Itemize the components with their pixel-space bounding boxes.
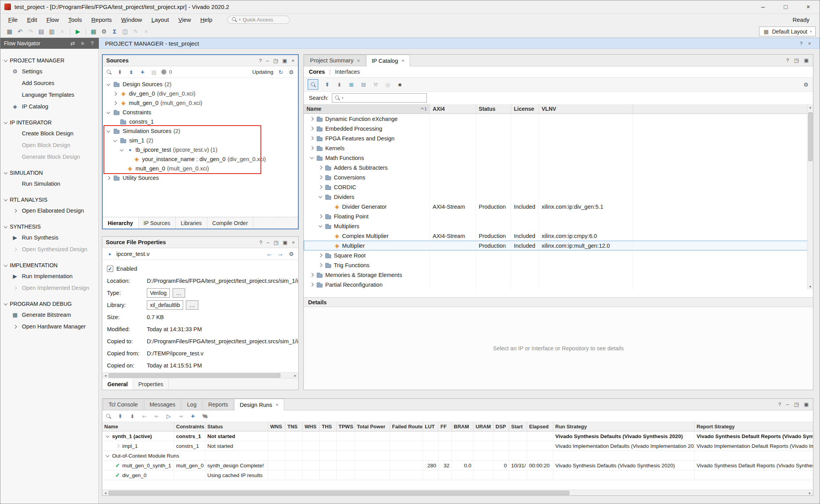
settings-icon[interactable]: ⚙	[99, 27, 109, 36]
flow-item-generate-bitstream[interactable]: ▦Generate Bitstream	[0, 309, 98, 321]
tree-row[interactable]: ◈mult_gen_0(mult_gen_0.xci)	[103, 164, 298, 173]
search-button[interactable]	[308, 79, 318, 90]
flow-section-header-ip-integrator[interactable]: IP INTEGRATOR	[0, 117, 98, 128]
column-header-uram[interactable]: URAM	[474, 422, 494, 431]
tab-messages[interactable]: Messages	[144, 399, 181, 410]
catalog-row[interactable]: FPGA Features and Design	[304, 133, 813, 143]
collapse-all-icon[interactable]: ⇞	[117, 413, 123, 420]
expander-icon[interactable]	[310, 273, 314, 277]
file-icon[interactable]: ▤	[151, 69, 157, 76]
property-combo[interactable]: xil_defaultlib	[147, 300, 183, 310]
step-back-icon[interactable]: ↞	[153, 413, 160, 420]
expander-icon[interactable]	[318, 224, 322, 227]
property-combo[interactable]: Verilog	[147, 288, 170, 298]
expander-icon[interactable]	[318, 166, 322, 170]
enabled-checkbox[interactable]: ✓	[107, 266, 113, 272]
menu-flow[interactable]: Flow	[42, 15, 64, 24]
menu-view[interactable]: View	[174, 15, 196, 24]
menu-window[interactable]: Window	[116, 15, 146, 24]
panel-float-button[interactable]: ◳	[274, 240, 278, 245]
search-icon[interactable]	[106, 69, 112, 75]
catalog-search-input[interactable]: ▾	[332, 93, 427, 103]
panel-maximize-button[interactable]: ▣	[804, 401, 809, 407]
panel-float-button[interactable]: ◳	[794, 57, 799, 63]
design-run-row[interactable]: ✓mult_gen_0_synth_1mult_gen_0synth_desig…	[102, 461, 813, 470]
close-icon[interactable]: ×	[357, 58, 360, 64]
tab-libraries[interactable]: Libraries	[176, 217, 207, 229]
flow-item-settings[interactable]: ⚙Settings	[0, 66, 98, 77]
tree-row[interactable]: ◈mult_gen_0(mult_gen_0.xci)	[103, 98, 298, 108]
save-icon[interactable]: ▦	[4, 27, 15, 36]
expander-icon[interactable]	[119, 147, 123, 151]
minimize-button[interactable]: –	[752, 0, 774, 13]
expander-icon[interactable]	[318, 185, 322, 189]
forward-icon[interactable]: →	[277, 250, 283, 257]
catalog-row[interactable]: ◈Complex MultiplierAXI4-StreamProduction…	[304, 231, 813, 241]
catalog-row[interactable]: Partial Reconfiguration	[304, 280, 813, 289]
flow-item-open-elaborated-design[interactable]: Open Elaborated Design	[0, 205, 98, 217]
tree-row[interactable]: constrs_1	[103, 117, 298, 126]
tab-design-runs[interactable]: Design Runs×	[234, 399, 284, 410]
expander-icon[interactable]	[318, 254, 322, 257]
expand-all-icon[interactable]: ⇟	[129, 413, 135, 420]
flow-section-header-program-and-debug[interactable]: PROGRAM AND DEBUG	[0, 299, 98, 309]
expander-icon[interactable]	[113, 92, 117, 96]
tab-project-summary[interactable]: Project Summary×	[305, 55, 365, 66]
column-header-failed-routes[interactable]: Failed Routes	[390, 422, 423, 431]
more-button[interactable]: …	[173, 288, 185, 298]
column-header-elapsed[interactable]: Elapsed	[527, 422, 553, 431]
column-header-status[interactable]: Status	[205, 422, 268, 431]
flow-item-run-simulation[interactable]: Run Simulation	[0, 178, 98, 190]
menu-file[interactable]: File	[4, 15, 22, 24]
tab-ip-catalog[interactable]: IP Catalog×	[366, 55, 410, 66]
hierarchy-add-icon[interactable]: ⊟	[360, 81, 367, 88]
catalog-row[interactable]: Embedded Processing	[304, 124, 813, 133]
maximize-button[interactable]: □	[774, 0, 797, 13]
subtab-cores[interactable]: Cores	[309, 69, 325, 75]
menu-tools[interactable]: Tools	[64, 15, 87, 24]
expander-icon[interactable]	[106, 82, 110, 86]
settings-icon[interactable]: ⚙	[288, 250, 294, 257]
close-icon[interactable]: ×	[276, 402, 279, 408]
scrollbar-thumb[interactable]	[808, 112, 813, 161]
column-header-bram[interactable]: BRAM	[452, 422, 474, 431]
scroll-down-icon[interactable]: ▾	[809, 284, 811, 289]
add-icon[interactable]: +	[139, 69, 146, 76]
flow-item-generate-block-design[interactable]: Generate Block Design	[0, 151, 98, 163]
menu-help[interactable]: Help	[196, 15, 217, 24]
expander-icon[interactable]	[310, 146, 314, 150]
design-run-row[interactable]: synth_1 (active)constrs_1Not startedViva…	[102, 431, 813, 441]
catalog-row[interactable]: Dividers	[304, 192, 813, 202]
panel-help-button[interactable]: ?	[778, 401, 781, 407]
column-header-run-strategy[interactable]: Run Strategy	[553, 422, 695, 431]
report-icon[interactable]: ◫	[120, 27, 130, 36]
column-header-name[interactable]: Name	[102, 422, 174, 431]
expander-icon[interactable]	[106, 176, 110, 180]
scroll-right-icon[interactable]: ▸	[807, 491, 813, 495]
quick-access-search[interactable]: ▾ Quick Access	[227, 16, 290, 24]
go-to-start-icon[interactable]: ⇤	[141, 413, 148, 420]
expander-icon[interactable]	[116, 444, 119, 448]
column-header-license[interactable]: License	[511, 104, 539, 114]
expander-icon[interactable]	[113, 101, 117, 105]
back-icon[interactable]: ←	[266, 250, 273, 257]
expander-icon[interactable]	[318, 176, 322, 179]
expander-icon[interactable]	[105, 434, 109, 438]
tree-row[interactable]: Utility Sources	[103, 173, 298, 183]
catalog-row[interactable]: Adders & Subtracters	[304, 163, 813, 172]
tree-row[interactable]: Constraints	[103, 108, 298, 117]
column-header-axi4[interactable]: AXI4	[430, 104, 476, 114]
expander-icon[interactable]	[318, 194, 322, 198]
panel-help-button[interactable]: ?	[259, 58, 262, 64]
close-icon[interactable]: ×	[401, 58, 405, 64]
redo-icon[interactable]: ↷	[25, 27, 36, 36]
design-run-row[interactable]: ✓div_gen_0Using cached IP results	[102, 470, 813, 480]
tree-row[interactable]: Design Sources(2)	[103, 80, 298, 89]
wrench-icon[interactable]: ⚒	[373, 81, 379, 88]
flow-item-run-implementation[interactable]: ▶Run Implementation	[0, 270, 98, 282]
column-header-report-strategy[interactable]: Report Strategy	[695, 422, 813, 431]
runs-hscrollbar[interactable]: ◂ ▸	[102, 490, 813, 495]
expander-icon[interactable]	[106, 129, 110, 133]
layout-toggle-icon[interactable]: ⇄	[70, 40, 76, 47]
subtab-interfaces[interactable]: Interfaces	[335, 69, 360, 75]
